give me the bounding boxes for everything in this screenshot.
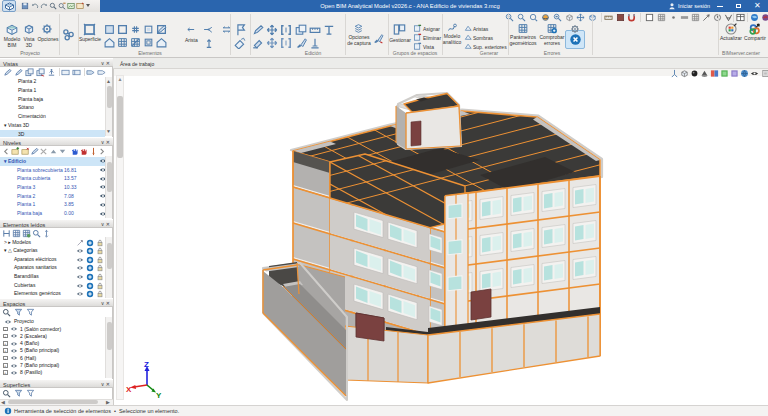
svg-text:Z: Z: [144, 360, 149, 369]
svg-text:X: X: [126, 385, 132, 394]
svg-text:Y: Y: [156, 391, 162, 398]
